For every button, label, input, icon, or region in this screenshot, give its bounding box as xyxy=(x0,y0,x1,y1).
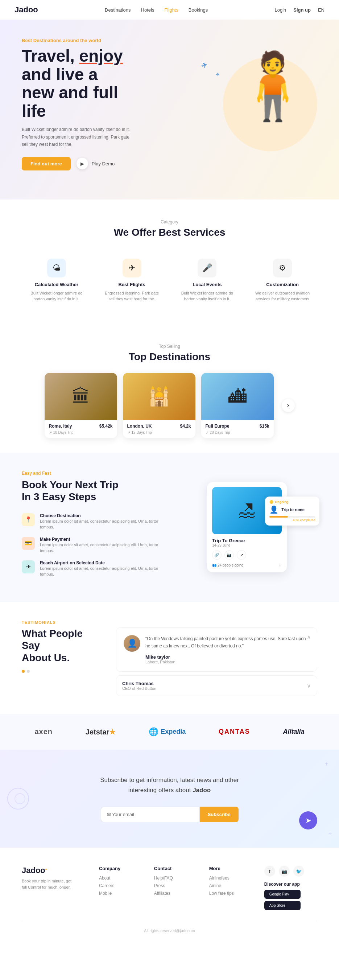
dest-info-london: London, UK $4.2k ↗12 Days Trip xyxy=(123,420,196,438)
footer-bottom: All rights reserved@jadoo.co xyxy=(22,921,317,933)
footer-link-mobile[interactable]: Mobile xyxy=(99,891,143,896)
footer-link-helpfaq[interactable]: Help/FAQ xyxy=(154,875,198,881)
play-demo-button[interactable]: ▶ Play Demo xyxy=(76,158,115,169)
hero-person-emoji: 🧍 xyxy=(232,53,314,119)
hero-title-highlight: enjoy xyxy=(80,46,123,65)
step-desc-2: Lorem ipsum dolor sit amet, consectetur … xyxy=(40,542,162,554)
footer-link-about[interactable]: About xyxy=(99,875,143,881)
subscribe-email-input[interactable] xyxy=(101,807,200,822)
trip-icon-photo[interactable]: 📷 xyxy=(224,550,234,560)
ongoing-trip-name: Trip to rome xyxy=(281,508,304,512)
trip-icon-link[interactable]: 🔗 xyxy=(212,550,221,560)
dest-card-europe[interactable]: 🏙 Full Europe $15k ↗28 Days Trip xyxy=(201,373,274,438)
footer: Jadoo● Book your trip in minute, get ful… xyxy=(0,848,339,940)
app-buttons: Google Play App Store xyxy=(264,890,317,910)
brands-row: axen Jetstar★ 🌐Expedia QANTAS Alitalia xyxy=(22,727,317,737)
nav-login[interactable]: Login xyxy=(274,7,286,13)
booking-section: Easy and Fast Book Your Next Trip In 3 E… xyxy=(0,453,339,602)
nav-link-bookings[interactable]: Bookings xyxy=(189,7,208,13)
subscribe-button[interactable]: Subscribe xyxy=(200,807,239,822)
subscribe-title: Subscribe to get information, latest new… xyxy=(90,775,250,796)
booking-step-3: ✈ Reach Airport on Selected Date Lorem i… xyxy=(22,560,162,578)
dot-inactive[interactable] xyxy=(27,670,30,673)
google-play-button[interactable]: Google Play xyxy=(264,890,301,899)
booking-badge: Easy and Fast xyxy=(22,471,162,476)
ongoing-avatar: 👤 Trip to rome xyxy=(269,505,315,514)
step-desc-3: Lorem ipsum dolor sit amet, consectetur … xyxy=(40,565,162,578)
nav-link-hotels[interactable]: Hotels xyxy=(141,7,154,13)
progress-fill xyxy=(269,516,288,517)
hero-content: Best Destinations around the world Trave… xyxy=(22,38,131,170)
dest-price-london: $4.2k xyxy=(180,424,191,429)
trip-label: Trip To Greece xyxy=(212,538,282,543)
step-title-3: Reach Airport on Selected Date xyxy=(40,560,162,565)
app-store-button[interactable]: App Store xyxy=(264,901,301,910)
dest-card-london[interactable]: 🕌 London, UK $4.2k ↗12 Days Trip xyxy=(123,373,196,438)
footer-col-company: Company About Careers Mobile xyxy=(99,866,143,910)
service-desc-events: Built Wicket longer admire do barton van… xyxy=(178,290,237,302)
test-left: What People Say About Us. xyxy=(22,627,102,673)
brand-axen: axen xyxy=(35,727,53,736)
brand-qantas: QANTAS xyxy=(219,728,250,735)
dest-card-rome[interactable]: 🏛 Rome, Italy $5,42k ↗10 Days Trip xyxy=(45,373,117,438)
dot-active[interactable] xyxy=(22,670,25,673)
footer-link-lowfare[interactable]: Low fare tips xyxy=(209,891,253,896)
social-facebook[interactable]: f xyxy=(264,866,275,877)
services-badge: Category xyxy=(22,220,317,224)
service-desc-flights: Engrossed listening. Park gate sell they… xyxy=(102,290,162,302)
dest-info-rome: Rome, Italy $5,42k ↗10 Days Trip xyxy=(45,420,117,438)
services-title: We Offer Best Services xyxy=(22,227,317,238)
send-icon: ➤ xyxy=(299,811,317,829)
footer-col-contact: Contact Help/FAQ Press Affiliates xyxy=(154,866,198,910)
nav-signup[interactable]: Sign up xyxy=(293,7,311,13)
step-desc-1: Lorem ipsum dolor sit amet, consectetur … xyxy=(40,518,162,530)
footer-link-airlinefees[interactable]: Airlinefees xyxy=(209,875,253,881)
destinations-grid: 🏛 Rome, Italy $5,42k ↗10 Days Trip 🕌 Lon… xyxy=(22,373,317,438)
service-desc-custom: We deliver outsourced aviation services … xyxy=(253,290,312,302)
test-chevron-up[interactable]: ∧ xyxy=(307,634,311,641)
progress-bar xyxy=(269,516,315,517)
footer-link-careers[interactable]: Careers xyxy=(99,883,143,888)
dest-days-london: ↗12 Days Trip xyxy=(127,431,191,434)
test-quote-block: 👤 "On the Windows talking painted pastur… xyxy=(116,627,317,672)
corner-deco-2: + xyxy=(328,830,332,837)
test-quote-text: "On the Windows talking painted pasture … xyxy=(145,635,310,650)
nav-links: Destinations Hotels Flights Bookings xyxy=(105,7,208,13)
dest-name-rome: Rome, Italy xyxy=(49,424,72,429)
ongoing-label: 🟡Ongoing xyxy=(269,500,315,504)
booking-title: Book Your Next Trip In 3 Easy Steps xyxy=(22,479,162,503)
plane-deco-2: ✈ xyxy=(215,71,221,78)
destinations-next-arrow[interactable]: › xyxy=(282,399,295,412)
nav-link-destinations[interactable]: Destinations xyxy=(105,7,131,13)
trip-date: 14-29 June xyxy=(212,543,282,547)
destinations-badge: Top Selling xyxy=(22,344,317,349)
trip-heart-icon[interactable]: ♡ xyxy=(279,563,282,567)
test-chevron-down[interactable]: ∨ xyxy=(307,682,311,689)
nav-lang[interactable]: EN xyxy=(318,7,325,13)
social-twitter[interactable]: 🐦 xyxy=(293,866,304,877)
test-author-name: Mike taylor xyxy=(145,654,310,660)
service-icon-custom: ⚙ xyxy=(273,259,292,277)
footer-link-affiliates[interactable]: Affiliates xyxy=(154,891,198,896)
brand-expedia: 🌐Expedia xyxy=(149,727,186,737)
booking-left: Easy and Fast Book Your Next Trip In 3 E… xyxy=(22,471,162,584)
service-title-weather: Calculated Weather xyxy=(27,282,86,287)
footer-link-airline[interactable]: Airline xyxy=(209,883,253,888)
social-instagram[interactable]: 📷 xyxy=(279,866,290,877)
step-icon-3: ✈ xyxy=(22,560,35,573)
footer-brand: Jadoo● Book your trip in minute, get ful… xyxy=(22,866,88,910)
test-avatar: 👤 xyxy=(124,635,140,652)
testimonials-section: TESTIMONIALS What People Say About Us. 👤… xyxy=(0,602,339,714)
nav-auth: Login Sign up EN xyxy=(274,7,325,13)
test-right: 👤 "On the Windows talking painted pastur… xyxy=(116,627,317,696)
find-out-more-button[interactable]: Find out more xyxy=(22,157,71,170)
footer-link-press[interactable]: Press xyxy=(154,883,198,888)
nav-link-flights[interactable]: Flights xyxy=(164,7,178,13)
step-title-1: Choose Destination xyxy=(40,513,162,518)
brand-jetstar: Jetstar★ xyxy=(86,727,116,736)
hero-section: Best Destinations around the world Trave… xyxy=(0,19,339,199)
test-dots xyxy=(22,670,102,673)
footer-more-title: More xyxy=(209,866,253,871)
trip-icon-share[interactable]: ↗ xyxy=(237,550,246,560)
hero-desc: Built Wicket longer admire do barton van… xyxy=(22,126,131,148)
